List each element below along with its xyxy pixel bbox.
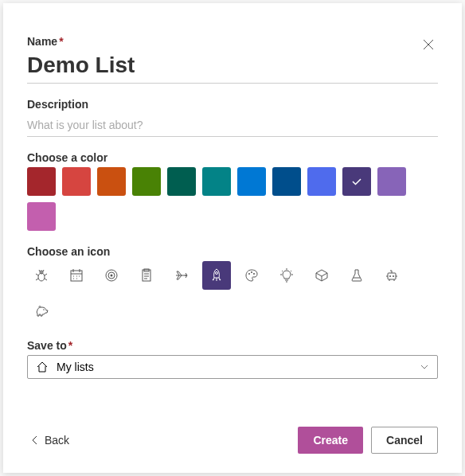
icon-option-airplane[interactable]: [167, 261, 196, 290]
color-swatch-indigo[interactable]: [307, 167, 336, 196]
color-label: Choose a color: [27, 151, 438, 164]
icon-option-flask[interactable]: [342, 261, 371, 290]
color-swatch-red[interactable]: [62, 167, 91, 196]
icon-option-calendar[interactable]: [62, 261, 91, 290]
color-swatches: [27, 167, 438, 231]
lightbulb-icon: [279, 267, 295, 283]
icon-grid: [27, 261, 438, 325]
color-field: Choose a color: [27, 151, 438, 231]
color-swatch-orange[interactable]: [97, 167, 126, 196]
save-to-label: Save to*: [27, 339, 438, 352]
clipboard-icon: [139, 267, 154, 283]
svg-point-5: [111, 275, 113, 277]
cube-icon: [314, 267, 330, 283]
home-icon: [36, 361, 49, 373]
svg-point-13: [389, 275, 391, 277]
calendar-icon: [68, 267, 84, 283]
bug-icon: [33, 267, 49, 283]
color-swatch-blue[interactable]: [237, 167, 266, 196]
modal-footer: Back Create Cancel: [27, 417, 438, 454]
color-swatch-dark-teal[interactable]: [167, 167, 196, 196]
icon-option-robot[interactable]: [377, 261, 406, 290]
check-icon: [350, 175, 363, 188]
close-icon: [423, 39, 434, 50]
icon-option-lightbulb[interactable]: [272, 261, 301, 290]
name-field: Name*: [27, 35, 438, 84]
create-button[interactable]: Create: [298, 427, 363, 454]
name-label: Name*: [27, 35, 438, 48]
description-field: Description: [27, 98, 438, 137]
save-to-select[interactable]: My lists: [27, 355, 438, 379]
description-input[interactable]: [27, 114, 438, 137]
color-swatch-dark-purple[interactable]: [342, 167, 371, 196]
chevron-down-icon: [420, 362, 429, 372]
svg-point-11: [253, 273, 255, 275]
icon-option-bug[interactable]: [27, 261, 56, 290]
icon-label: Choose an icon: [27, 245, 438, 258]
airplane-icon: [174, 267, 190, 283]
icon-option-clipboard[interactable]: [132, 261, 161, 290]
flask-icon: [349, 267, 365, 283]
svg-point-8: [216, 272, 218, 275]
create-list-modal: Name* Description Choose a color Choose …: [3, 3, 462, 473]
icon-option-palette[interactable]: [237, 261, 266, 290]
icon-field: Choose an icon: [27, 245, 438, 325]
icon-option-cube[interactable]: [307, 261, 336, 290]
name-input[interactable]: [27, 51, 438, 84]
svg-point-9: [248, 273, 250, 275]
piggy-bank-icon: [33, 302, 49, 318]
required-mark: *: [68, 339, 72, 352]
save-to-field: Save to* My lists: [27, 339, 438, 379]
save-to-value: My lists: [57, 361, 94, 373]
description-label: Description: [27, 98, 438, 111]
color-swatch-green[interactable]: [132, 167, 161, 196]
back-button[interactable]: Back: [27, 427, 72, 453]
back-label: Back: [45, 434, 69, 447]
color-swatch-dark-red[interactable]: [27, 167, 56, 196]
icon-option-target[interactable]: [97, 261, 126, 290]
close-button[interactable]: [419, 35, 438, 54]
svg-point-10: [251, 271, 252, 273]
icon-option-rocket[interactable]: [202, 261, 231, 290]
required-mark: *: [59, 35, 63, 48]
color-swatch-teal[interactable]: [202, 167, 231, 196]
color-swatch-purple[interactable]: [377, 167, 406, 196]
robot-icon: [384, 267, 400, 283]
icon-option-piggy-bank[interactable]: [27, 296, 56, 325]
svg-rect-12: [388, 273, 396, 279]
color-swatch-dark-blue[interactable]: [272, 167, 301, 196]
svg-point-15: [43, 309, 45, 310]
cancel-button[interactable]: Cancel: [371, 427, 438, 454]
svg-point-14: [393, 275, 394, 277]
chevron-left-icon: [30, 435, 40, 446]
rocket-icon: [209, 267, 225, 283]
color-swatch-pink[interactable]: [27, 202, 56, 231]
target-icon: [104, 267, 119, 283]
palette-icon: [244, 267, 260, 283]
